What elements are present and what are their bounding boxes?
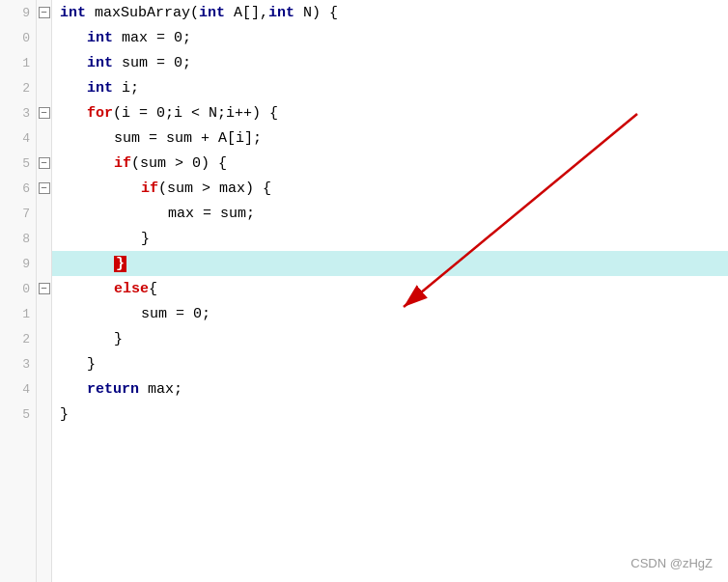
code-line: else{ [52,276,728,301]
line-number: 1 [0,301,36,326]
code-token: } [114,331,123,347]
code-line: sum = 0; [52,301,728,326]
code-token: } [60,406,69,423]
fold-empty [37,351,51,376]
code-line: int i; [52,75,728,100]
code-token: if [141,180,158,197]
code-token: i; [122,80,139,97]
line-number: 1 [0,50,36,75]
fold-minus-icon[interactable]: − [37,176,51,201]
fold-empty [37,301,51,326]
code-line: } [52,351,728,376]
code-token: { [149,281,157,297]
code-token: int [268,5,303,21]
code-token: max; [148,381,182,398]
fold-empty [37,75,51,100]
code-line: int maxSubArray(int A[],int N) { [52,0,728,25]
code-token: } [141,231,150,247]
code-line: int max = 0; [52,25,728,50]
line-number: 4 [0,125,36,151]
fold-empty [37,251,51,276]
fold-minus-icon[interactable]: − [37,276,51,301]
line-number: 0 [0,276,36,301]
code-line: } [52,326,728,351]
code-line: int sum = 0; [52,50,728,75]
code-token: int [199,5,234,21]
line-number: 7 [0,201,36,226]
fold-empty [37,326,51,351]
line-number: 3 [0,100,36,125]
line-number: 2 [0,75,36,100]
code-line: if(sum > max) { [52,176,728,201]
watermark: CSDN @zHgZ [630,556,713,570]
line-number: 2 [0,326,36,351]
code-token: (sum > 0) { [131,155,227,172]
code-token: int [87,30,122,46]
code-area: int maxSubArray(int A[],int N) {int max … [52,0,728,582]
line-number: 3 [0,351,36,376]
code-token: (sum > max) { [158,180,271,197]
code-token: return [87,381,148,398]
line-number: 6 [0,176,36,201]
code-line: } [52,402,728,427]
fold-minus-icon[interactable]: − [37,151,51,176]
fold-gutter: −−−−− [37,0,52,582]
code-token: if [114,155,131,172]
code-token: sum = sum + A[i]; [114,130,262,147]
code-token: A[], [234,5,268,21]
fold-minus-icon[interactable]: − [37,100,51,125]
line-number: 5 [0,402,36,427]
fold-empty [37,402,51,427]
red-box-token: } [114,256,126,272]
code-token: max = 0; [122,30,191,46]
line-numbers: 90123456789012345 [0,0,37,582]
code-line: if(sum > 0) { [52,151,728,176]
code-token: int [87,55,122,71]
fold-minus-icon[interactable]: − [37,0,51,25]
code-line: for(i = 0;i < N;i++) { [52,100,728,125]
fold-empty [37,25,51,50]
code-token: } [87,356,96,373]
code-line: return max; [52,376,728,402]
code-token: N) { [303,5,338,21]
fold-empty [37,226,51,251]
code-token: sum = 0; [122,55,191,71]
code-line: } [52,226,728,251]
fold-empty [37,50,51,75]
line-number: 8 [0,226,36,251]
code-line: sum = sum + A[i]; [52,125,728,151]
code-token: (i = 0;i < N;i++) { [113,105,278,122]
code-line: max = sum; [52,201,728,226]
line-number: 9 [0,0,36,25]
line-number: 4 [0,376,36,402]
code-token: maxSubArray( [95,5,199,21]
line-number: 5 [0,151,36,176]
fold-empty [37,201,51,226]
code-container: 90123456789012345 −−−−− int maxSubArray(… [0,0,728,582]
code-line: } [52,251,728,276]
code-token: for [87,105,113,122]
code-token: int [60,5,95,21]
line-number: 0 [0,25,36,50]
fold-empty [37,376,51,402]
code-token: else [114,281,149,297]
code-token: int [87,80,122,97]
code-token: max = sum; [168,206,255,222]
code-token: sum = 0; [141,306,210,322]
fold-empty [37,125,51,151]
line-number: 9 [0,251,36,276]
